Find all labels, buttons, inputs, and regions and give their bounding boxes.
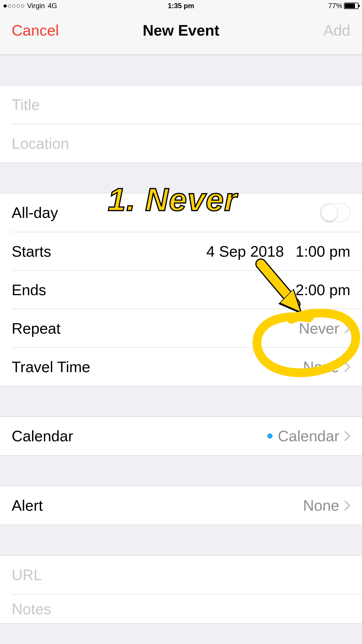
- starts-label: Starts: [12, 243, 206, 260]
- allday-toggle[interactable]: [320, 203, 350, 222]
- section-gap: [0, 456, 362, 486]
- url-field[interactable]: URL: [0, 556, 362, 594]
- cancel-button[interactable]: Cancel: [12, 22, 59, 39]
- clock: 1:35 pm: [168, 2, 194, 10]
- url-placeholder: URL: [12, 566, 350, 584]
- status-right: 77%: [328, 2, 359, 10]
- status-left: Virgin 4G: [3, 2, 57, 10]
- alert-group: Alert None: [0, 486, 362, 525]
- calendar-row[interactable]: Calendar Calendar: [0, 417, 362, 455]
- schedule-group: All-day Starts 4 Sep 2018 1:00 pm Ends 2…: [0, 193, 362, 386]
- calendar-label: Calendar: [12, 427, 267, 445]
- repeat-value: Never: [299, 320, 339, 337]
- travel-time-row[interactable]: Travel Time None: [12, 347, 362, 386]
- add-button[interactable]: Add: [323, 22, 350, 39]
- starts-time: 1:00 pm: [296, 243, 350, 260]
- carrier-label: Virgin: [27, 2, 45, 10]
- repeat-row[interactable]: Repeat Never: [12, 309, 362, 347]
- nav-bar: Cancel New Event Add: [0, 12, 362, 55]
- section-gap: [0, 163, 362, 193]
- title-placeholder: Title: [12, 96, 350, 113]
- location-placeholder: Location: [12, 135, 350, 152]
- allday-row[interactable]: All-day: [0, 193, 362, 232]
- allday-label: All-day: [12, 204, 320, 221]
- travel-time-value: None: [303, 358, 339, 376]
- section-gap: [0, 386, 362, 416]
- chevron-right-icon: [345, 431, 350, 441]
- starts-row[interactable]: Starts 4 Sep 2018 1:00 pm: [12, 232, 362, 270]
- alert-row[interactable]: Alert None: [0, 486, 362, 525]
- notes-placeholder: Notes: [12, 600, 350, 618]
- notes-field[interactable]: Notes: [12, 594, 362, 623]
- chevron-right-icon: [345, 362, 350, 372]
- repeat-label: Repeat: [12, 320, 299, 337]
- location-field[interactable]: Location: [12, 124, 362, 162]
- section-gap: [0, 55, 362, 85]
- travel-time-label: Travel Time: [12, 358, 303, 376]
- chevron-right-icon: [345, 323, 350, 333]
- title-location-group: Title Location: [0, 85, 362, 163]
- battery-percent: 77%: [328, 2, 342, 10]
- calendar-color-dot: [267, 433, 278, 439]
- starts-date: 4 Sep 2018: [206, 243, 284, 260]
- battery-icon: [344, 3, 359, 9]
- url-notes-group: URL Notes: [0, 555, 362, 624]
- status-bar: Virgin 4G 1:35 pm 77%: [0, 0, 362, 12]
- calendar-value: Calendar: [278, 427, 339, 445]
- page-title: New Event: [143, 22, 219, 39]
- calendar-group: Calendar Calendar: [0, 416, 362, 456]
- title-field[interactable]: Title: [0, 85, 362, 124]
- alert-label: Alert: [12, 497, 303, 514]
- ends-time: 2:00 pm: [296, 281, 350, 299]
- network-label: 4G: [48, 2, 57, 10]
- section-gap: [0, 525, 362, 555]
- ends-label: Ends: [12, 281, 296, 299]
- signal-icon: [3, 4, 24, 8]
- ends-row[interactable]: Ends 2:00 pm: [12, 270, 362, 309]
- chevron-right-icon: [345, 501, 350, 510]
- alert-value: None: [303, 497, 339, 514]
